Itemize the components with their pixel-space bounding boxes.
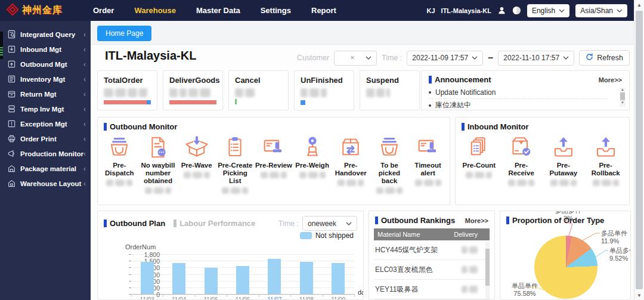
table-row[interactable]: YEY11吸鼻器	[374, 280, 490, 299]
monitor-item-pre-handover[interactable]: Pre-Handover	[332, 135, 370, 194]
nav-item-order[interactable]: Order	[85, 0, 122, 21]
monitor-item-no-waybill-number-obtained[interactable]: No waybill number obtained	[139, 135, 177, 194]
sidebar-item-label: Temp Inv Mgt	[20, 106, 64, 113]
time-to-select[interactable]: 2022-11-10 17:57	[498, 51, 574, 66]
monitor-item-label: To be picked back	[370, 162, 408, 185]
language-select[interactable]: English	[527, 4, 569, 17]
page-title: ITL-Malaysia-KL	[105, 49, 196, 63]
table-row[interactable]: ELC03直发梳黑色	[374, 260, 490, 280]
sidebar-item-integrated-query[interactable]: Integrated Query‹	[0, 27, 91, 42]
scroll-down-icon[interactable]: ▼	[634, 293, 644, 298]
rankings-more-link[interactable]: More>>	[465, 217, 488, 224]
announcement-scrollbar[interactable]: ▲▼	[620, 88, 626, 107]
delivery-cell	[462, 266, 478, 273]
monitor-item-pre-weigh[interactable]: Pre-Weigh	[293, 135, 332, 194]
announcement-more-link[interactable]: More>>	[599, 76, 622, 83]
redacted-value	[145, 187, 171, 194]
chevron-down-icon	[346, 222, 352, 225]
layout-icon	[7, 179, 16, 188]
sidebar-item-outbound-mgt[interactable]: Outbound Mgt‹	[0, 57, 91, 72]
sidebar-item-exception-mgt[interactable]: Exception Mgt‹	[0, 116, 91, 131]
date-range-dash: –	[488, 52, 493, 63]
scroll-up-icon[interactable]: ▲	[634, 2, 644, 8]
stat-card-bar	[301, 100, 348, 104]
chevron-left-icon: ‹	[83, 45, 86, 54]
rankings-scrollbar[interactable]	[485, 242, 490, 300]
customer-select[interactable]: ×	[334, 51, 377, 66]
monitor-item-pre-wave[interactable]: Pre-Wave	[178, 135, 216, 194]
table-row[interactable]: HCY445煤气炉支架	[374, 240, 490, 260]
title-marker	[104, 219, 107, 227]
title-marker	[375, 217, 378, 224]
refresh-button[interactable]: Refresh	[579, 50, 630, 66]
sidebar-item-inbound-mgt[interactable]: Inbound Mgt‹	[0, 42, 91, 57]
chart-legend: Not shipped	[300, 231, 354, 240]
stat-card-bar	[169, 100, 216, 104]
sidebar-item-return-mgt[interactable]: Return Mgt‹	[0, 86, 91, 101]
sidebar-item-inventory-mgt[interactable]: Inventory Mgt‹	[0, 72, 91, 86]
nav-item-settings[interactable]: Settings	[252, 0, 299, 21]
outbound-monitor-items: Pre-DispatchNo waybill number obtainedPr…	[98, 131, 450, 194]
monitor-item-label: Timeout alert	[409, 162, 447, 177]
pie-label: 多品单件 11.9%	[601, 230, 627, 245]
sidebar-item-order-print[interactable]: Order Print‹	[0, 131, 91, 146]
monitor-item-pre-count[interactable]: Pre-Count	[460, 135, 498, 186]
sidebar-scrollbar[interactable]	[0, 32, 3, 59]
monitor-item-pre-create-picking-list[interactable]: Pre-Create Picking List	[216, 135, 254, 194]
tab-home-page[interactable]: Home Page	[97, 26, 151, 41]
chevron-left-icon: ‹	[83, 105, 86, 113]
current-warehouse: ITL-Malaysia-KL	[441, 7, 491, 14]
redacted-value	[104, 88, 151, 97]
announcement-title: Announcement	[435, 75, 491, 84]
redacted-value	[466, 172, 492, 178]
monitor-item-pre-review[interactable]: Pre-Review	[255, 135, 293, 194]
redacted-value	[415, 180, 441, 186]
x-tick-label: 11/03	[131, 296, 163, 300]
nav-item-master-data[interactable]: Master Data	[188, 0, 249, 21]
y-tick-mark	[129, 261, 131, 261]
announcement-panel: Announcement More>> Update Notification庫…	[421, 70, 630, 110]
monitor-item-pre-putaway[interactable]: Pre-Putaway	[544, 135, 583, 186]
pie-label: 单品单件 75.58%	[505, 282, 544, 298]
time-from-select[interactable]: 2022-11-09 17:57	[407, 51, 483, 66]
box-check-icon	[509, 135, 534, 160]
sidebar-item-warehouse-layout[interactable]: Warehouse Layout‹	[0, 176, 91, 191]
sidebar-item-package-material[interactable]: Package material‹	[0, 161, 91, 176]
monitor-item-pre-receive[interactable]: Pre-Receive	[502, 135, 540, 186]
announcement-item[interactable]: 庫位凍結中	[429, 100, 622, 111]
chevron-left-icon: ‹	[83, 60, 86, 69]
tab-labour-performance[interactable]: Labour Performance	[174, 219, 255, 228]
monitor-item-pre-dispatch[interactable]: Pre-Dispatch	[100, 135, 138, 194]
sidebar-item-production-monitor[interactable]: Production Monitor‹	[0, 146, 91, 161]
scrollbar-thumb[interactable]	[636, 11, 643, 289]
clear-icon[interactable]: ×	[351, 54, 355, 62]
top-navbar: 神州金库 OrderWarehouseMaster DataSettingsRe…	[0, 0, 644, 21]
sidebar-item-temp-inv-mgt[interactable]: Temp Inv Mgt‹	[0, 101, 91, 116]
monitor-item-pre-rollback[interactable]: Pre-Rollback	[587, 135, 625, 186]
tab-outbound-plan[interactable]: Outbound Plan	[104, 219, 165, 228]
announcement-item[interactable]: Update Notification	[429, 86, 622, 98]
monitor-item-label: Pre-Putaway	[544, 162, 583, 177]
window-scrollbar[interactable]: ▲ ▼	[634, 0, 644, 300]
tray-icon	[377, 135, 402, 160]
theme-toggle-icon[interactable]	[512, 6, 521, 15]
chevron-left-icon: ‹	[83, 90, 86, 98]
outbound-monitor-title: Outbound Monitor	[110, 122, 177, 131]
timezone-select[interactable]: Asia/Shan	[575, 4, 627, 17]
bar	[172, 263, 185, 294]
monitor-item-timeout-alert[interactable]: Timeout alert	[409, 135, 447, 194]
nav-item-warehouse[interactable]: Warehouse	[126, 0, 184, 21]
chart-time-select[interactable]: oneweek	[302, 216, 357, 231]
temp-inv-icon	[7, 104, 16, 113]
nav-item-report[interactable]: Report	[303, 0, 345, 21]
scrollbar-thumb[interactable]	[485, 249, 490, 286]
redacted-value	[338, 180, 364, 186]
monitor-item-to-be-picked-back[interactable]: To be picked back	[370, 135, 408, 194]
title-marker	[506, 217, 509, 224]
sidebar-item-label: Warehouse Layout	[20, 180, 81, 187]
time-from-value: 2022-11-09 17:57	[412, 54, 468, 62]
user-icon[interactable]	[497, 6, 506, 15]
app-window: 神州金库 OrderWarehouseMaster DataSettingsRe…	[0, 0, 644, 300]
bar	[236, 266, 249, 294]
x-tick-label: 11/07	[258, 296, 290, 300]
